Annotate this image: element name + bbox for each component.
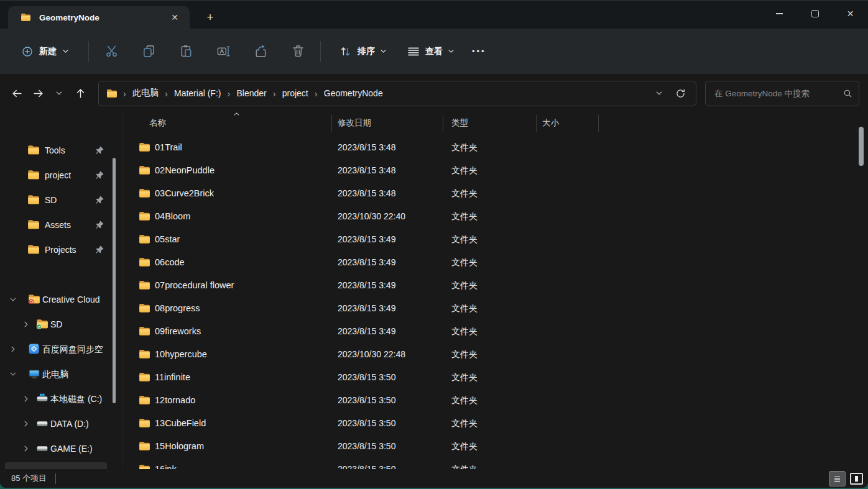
up-button[interactable] [71, 84, 90, 103]
breadcrumb-item[interactable]: Blender [236, 87, 267, 99]
tree-item-icon [28, 294, 40, 304]
large-icons-view-icon [855, 476, 858, 482]
column-header-date[interactable]: 修改日期 [338, 117, 371, 129]
expand-chevron-icon[interactable] [22, 445, 30, 452]
more-options-button[interactable]: ••• [468, 46, 490, 57]
address-bar[interactable]: › 此电脑 › Material (F:) › Blender › projec… [98, 81, 696, 106]
file-row[interactable]: 08progress 2023/8/15 3:49 文件夹 [122, 297, 868, 320]
breadcrumb-segment: › GeometryNode [309, 87, 384, 99]
paste-button[interactable] [172, 38, 200, 65]
minimize-button[interactable] [762, 1, 797, 27]
file-row[interactable]: 11infinite 2023/8/15 3:50 文件夹 [122, 366, 868, 389]
expand-chevron-icon[interactable] [22, 420, 30, 427]
search-input[interactable] [713, 88, 843, 99]
sidebar-item[interactable]: project [0, 163, 122, 188]
folder-icon [27, 170, 40, 180]
file-row[interactable]: 15Hologram 2023/8/15 3:50 文件夹 [122, 435, 868, 458]
file-list-scrollbar[interactable] [859, 127, 864, 166]
recent-locations-button[interactable] [50, 84, 68, 103]
share-button[interactable] [246, 38, 275, 65]
copy-button[interactable] [134, 38, 163, 65]
expand-chevron-icon[interactable] [9, 345, 17, 353]
column-divider[interactable] [598, 115, 599, 132]
tree-item[interactable]: 此电脑 [0, 362, 122, 386]
expand-chevron-icon[interactable] [9, 296, 17, 303]
breadcrumb-item[interactable]: project [282, 87, 309, 99]
tab-close-icon[interactable]: ✕ [166, 11, 183, 24]
maximize-button[interactable] [797, 1, 833, 27]
column-divider[interactable] [536, 115, 537, 132]
refresh-button[interactable] [671, 84, 690, 103]
file-row[interactable]: 16ink 2023/8/15 3:50 文件夹 [122, 458, 868, 469]
address-dropdown-button[interactable] [650, 84, 668, 103]
tree-item[interactable]: GAME (E:) [0, 436, 122, 461]
tree-item[interactable]: Material (F:) [0, 461, 122, 469]
large-icons-view-toggle[interactable] [850, 473, 863, 485]
expand-chevron-icon[interactable] [22, 395, 30, 403]
close-button[interactable]: ✕ [833, 1, 868, 27]
file-date-modified: 2023/8/15 3:49 [338, 326, 395, 336]
file-date-modified: 2023/8/15 3:49 [338, 280, 395, 290]
column-header-type[interactable]: 类型 [451, 117, 468, 129]
tree-item[interactable]: Creative Cloud [0, 287, 122, 312]
delete-button[interactable] [284, 38, 312, 65]
chevron-down-icon [655, 89, 663, 97]
file-row[interactable]: 05star 2023/8/15 3:49 文件夹 [122, 228, 868, 251]
sidebar-item[interactable]: Tools [0, 138, 122, 163]
view-button[interactable]: 查看 [403, 44, 458, 59]
file-row[interactable]: 13CubeField 2023/8/15 3:50 文件夹 [122, 412, 868, 435]
file-date-modified: 2023/8/15 3:48 [338, 165, 395, 175]
file-type: 文件夹 [451, 303, 478, 314]
file-date-modified: 2023/8/15 3:48 [338, 142, 395, 152]
sidebar-item[interactable]: Projects [0, 237, 122, 262]
folder-icon [27, 145, 40, 155]
tab-title: GeometryNode [39, 13, 166, 22]
file-row[interactable]: 03Curve2Brick 2023/8/15 3:48 文件夹 [122, 182, 868, 205]
column-divider[interactable] [443, 115, 443, 132]
navigation-pane: Tools project SD Assets [0, 112, 122, 469]
file-row[interactable]: 10hypercube 2023/10/30 22:48 文件夹 [122, 343, 868, 366]
back-button[interactable] [7, 84, 26, 103]
folder-icon [139, 280, 150, 290]
column-divider[interactable] [331, 115, 332, 132]
breadcrumb-item[interactable]: GeometryNode [323, 87, 384, 99]
tree-item[interactable]: 本地磁盘 (C:) [0, 386, 122, 411]
breadcrumb-segment: › Material (F:) [159, 87, 221, 99]
file-row[interactable]: 04Bloom 2023/10/30 22:40 文件夹 [122, 205, 868, 228]
plus-circle-icon [21, 45, 34, 58]
file-row[interactable]: 12tornado 2023/8/15 3:50 文件夹 [122, 389, 868, 412]
address-row: › 此电脑 › Material (F:) › Blender › projec… [0, 74, 868, 112]
details-view-toggle[interactable] [829, 471, 846, 487]
file-row[interactable]: 07procedural flower 2023/8/15 3:49 文件夹 [122, 274, 868, 297]
column-header-size[interactable]: 大小 [542, 117, 559, 129]
file-name: 01Trail [155, 142, 182, 152]
explorer-tab[interactable]: GeometryNode ✕ [8, 6, 190, 29]
cut-button[interactable] [97, 38, 126, 65]
tree-item[interactable]: SD [0, 312, 122, 337]
file-type: 文件夹 [451, 234, 478, 245]
file-row[interactable]: 06code 2023/8/15 3:49 文件夹 [122, 251, 868, 274]
forward-button[interactable] [29, 84, 47, 103]
file-row[interactable]: 02NeonPuddle 2023/8/15 3:48 文件夹 [122, 159, 868, 182]
rename-button[interactable] [209, 38, 238, 65]
sidebar-scrollbar[interactable] [113, 158, 116, 403]
new-tab-button[interactable]: + [200, 9, 220, 26]
sort-button[interactable]: 排序 [335, 44, 390, 59]
column-header-name[interactable]: 名称 [149, 117, 166, 129]
breadcrumb-item[interactable]: 此电脑 [132, 86, 159, 100]
expand-chevron-icon[interactable] [22, 321, 30, 328]
tree-item-label: Material (F:) [50, 468, 114, 469]
breadcrumb-item[interactable]: Material (F:) [173, 87, 221, 99]
tree-item[interactable]: DATA (D:) [0, 411, 122, 436]
title-bar: GeometryNode ✕ + ✕ [0, 1, 868, 29]
address-bar-actions [650, 84, 690, 103]
tree-item[interactable]: 百度网盘同步空 [0, 337, 122, 362]
file-row[interactable]: 09fireworks 2023/8/15 3:49 文件夹 [122, 320, 868, 343]
file-name: 05star [155, 234, 180, 244]
expand-chevron-icon[interactable] [9, 370, 17, 378]
sidebar-item[interactable]: SD [0, 188, 122, 213]
chevron-down-icon [55, 89, 63, 97]
sidebar-item[interactable]: Assets [0, 213, 122, 237]
file-row[interactable]: 01Trail 2023/8/15 3:48 文件夹 [122, 136, 868, 159]
new-button[interactable]: 新建 [17, 45, 73, 58]
